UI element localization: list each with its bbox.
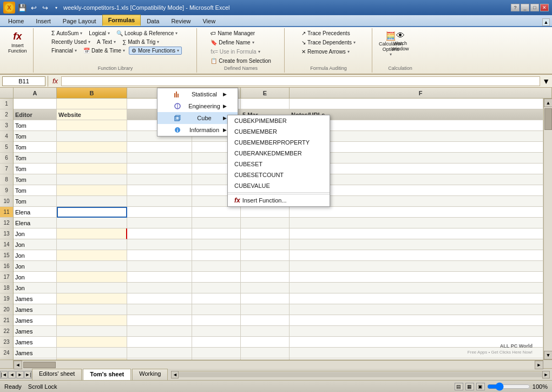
cell-B17[interactable] [57,272,127,283]
help-btn[interactable]: ? [511,4,520,11]
cell-C18[interactable] [127,283,192,293]
cell-B18[interactable] [57,283,127,293]
menu-item-engineering[interactable]: Engineering ▶ [157,100,238,112]
cell-A19[interactable]: James [14,293,57,304]
cell-A15[interactable]: Jon [14,250,57,261]
cell-B13[interactable] [57,228,127,239]
sheet-tab-working[interactable]: Working [132,369,168,380]
cell-E23[interactable] [241,337,290,348]
cell-C16[interactable] [127,261,192,272]
cell-D23[interactable] [192,337,241,348]
cell-B21[interactable] [57,315,127,326]
cell-D22[interactable] [192,326,241,337]
row-header-22[interactable]: 22 [0,326,13,337]
financial-btn[interactable]: Financial ▾ [49,47,80,55]
cell-A10[interactable]: Tom [14,196,57,207]
cell-A25[interactable] [14,358,57,360]
tab-scroll-right[interactable]: ► [542,371,550,378]
math-trig-btn[interactable]: ∑ Math & Trig ▾ [120,38,162,46]
trace-dependents-btn[interactable]: ↘ Trace Dependents ▾ [299,38,358,47]
cell-C12[interactable] [127,218,192,228]
cell-A24[interactable]: James [14,348,57,358]
cell-C15[interactable] [127,250,192,261]
cell-E18[interactable] [241,283,290,293]
cell-A7[interactable]: Tom [14,164,57,174]
view-layout-btn[interactable]: ▦ [465,383,474,390]
cell-E16[interactable] [241,261,290,272]
more-functions-btn[interactable]: ⚙ More Functions ▾ [129,47,182,55]
cell-B12[interactable] [57,218,127,228]
cell-B19[interactable] [57,293,127,304]
name-manager-btn[interactable]: 🏷 Name Manager [208,29,258,37]
cell-F12[interactable] [290,218,543,228]
col-header-B[interactable]: B [57,88,127,98]
cell-F17[interactable] [290,272,543,283]
cell-C14[interactable] [127,239,192,250]
tab-prev-btn[interactable]: ◄ [8,371,16,378]
cell-C23[interactable] [127,337,192,348]
cell-D16[interactable] [192,261,241,272]
save-quick-btn[interactable]: 💾 [17,3,27,12]
cell-A1[interactable] [14,99,57,109]
row-header-23[interactable]: 23 [0,337,13,348]
cell-B5[interactable] [57,142,127,153]
cell-B20[interactable] [57,304,127,315]
cell-B7[interactable] [57,164,127,174]
cell-F15[interactable] [290,250,543,261]
minimize-btn[interactable]: _ [521,4,529,11]
qa-dropdown-btn[interactable]: ▾ [51,3,61,12]
tab-scrollbar[interactable]: ◄ ► [171,371,550,378]
cell-F16[interactable] [290,261,543,272]
cube-item-cubevalue[interactable]: CUBEVALUE [228,180,330,191]
row-header-15[interactable]: 15 [0,250,13,261]
cell-C20[interactable] [127,304,192,315]
row-header-3[interactable]: 3 [0,120,13,131]
row-header-7[interactable]: 7 [0,164,13,174]
use-in-formula-btn[interactable]: fx= Use in Formula ▾ [208,48,262,56]
cell-E20[interactable] [241,304,290,315]
create-from-sel-btn[interactable]: 📋 Create from Selection [208,57,274,65]
cell-E15[interactable] [241,250,290,261]
row-header-9[interactable]: 9 [0,185,13,196]
row-header-12[interactable]: 12 [0,218,13,228]
menu-item-cube[interactable]: Cube ▶ [157,112,238,124]
cell-B15[interactable] [57,250,127,261]
tab-pagelayout[interactable]: Page Layout [57,16,102,26]
tab-last-btn[interactable]: ►| [24,371,32,378]
view-normal-btn[interactable]: ▤ [455,383,463,390]
row-header-8[interactable]: 8 [0,174,13,185]
cube-item-cubememberproperty[interactable]: CUBEMEMBERPROPERTY [228,137,330,148]
cell-D11[interactable] [192,207,241,218]
row-header-19[interactable]: 19 [0,293,13,304]
cell-A21[interactable]: James [14,315,57,326]
scroll-left-btn[interactable]: ◄ [14,361,22,369]
cell-F25[interactable] [290,358,543,360]
menu-item-information[interactable]: i Information ▶ [157,124,238,136]
cell-D20[interactable] [192,304,241,315]
menu-item-statistical[interactable]: Statistical ▶ [157,88,238,100]
scroll-right-btn[interactable]: ► [535,361,543,369]
cell-B25[interactable] [57,358,127,360]
horizontal-scrollbar[interactable]: ◄ ► [14,360,543,369]
cell-A13[interactable]: Jon [14,228,57,239]
cell-C13[interactable] [127,228,192,239]
cell-D19[interactable] [192,293,241,304]
cell-D12[interactable] [192,218,241,228]
cell-B4[interactable] [57,131,127,142]
sheet-tab-tom[interactable]: Tom's sheet [83,369,131,380]
cell-B9[interactable] [57,185,127,196]
scroll-thumb-v[interactable] [544,108,552,130]
row-header-10[interactable]: 10 [0,196,13,207]
cell-A20[interactable]: James [14,304,57,315]
cube-item-cubekpimember[interactable]: CUBEKPIMEMBER [228,115,330,126]
cell-A4[interactable]: Tom [14,131,57,142]
cell-D21[interactable] [192,315,241,326]
cell-C25[interactable] [127,358,192,360]
remove-arrows-btn[interactable]: ✕ Remove Arrows ▾ [299,48,352,56]
row-header-6[interactable]: 6 [0,153,13,164]
formula-expand-btn[interactable]: ▼ [542,77,550,86]
insert-function-btn[interactable]: fx InsertFunction [5,29,30,55]
cell-D15[interactable] [192,250,241,261]
cell-B11[interactable] [57,207,127,218]
cell-A18[interactable]: Jon [14,283,57,293]
